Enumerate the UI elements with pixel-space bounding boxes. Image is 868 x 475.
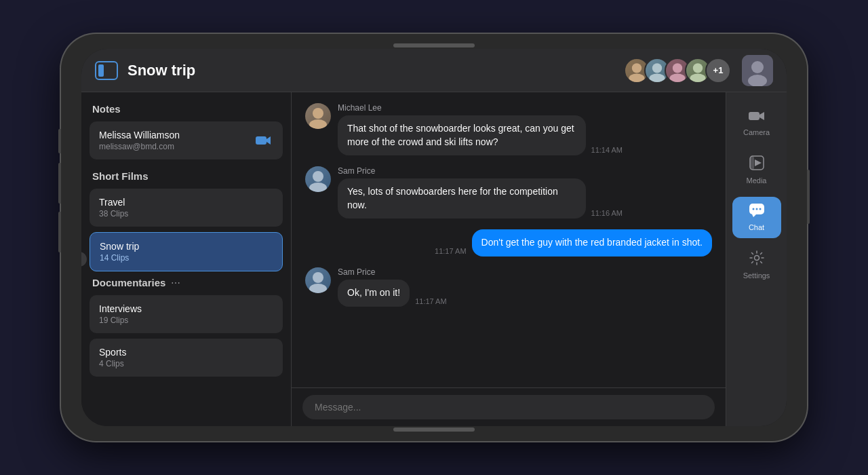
chat-area: Michael Lee That shot of the snowboarder… (292, 92, 726, 426)
message-row: Michael Lee That shot of the snowboarder… (305, 103, 712, 155)
list-item-interviews[interactable]: Interviews 19 Clips (90, 295, 283, 333)
sidebar-toggle-button[interactable] (95, 61, 118, 80)
message-content: Michael Lee That shot of the snowboarder… (338, 103, 623, 155)
message-sender: Sam Price (338, 166, 623, 176)
svg-rect-11 (256, 136, 267, 145)
svg-point-12 (313, 108, 323, 119)
message-time: 11:17 AM (415, 297, 446, 305)
item-clips: 4 Clips (99, 359, 273, 368)
volume-up-btn[interactable] (58, 163, 61, 204)
message-content: Don't get the guy with the red branded j… (435, 229, 712, 256)
note-user-email: melissaw@bmd.com (99, 142, 180, 151)
media-nav-icon (749, 155, 764, 174)
short-films-section: Short Films (90, 170, 283, 182)
svg-point-0 (632, 63, 642, 73)
notes-section-label: Notes (90, 103, 283, 115)
project-title: Snow trip (127, 62, 195, 79)
nav-item-chat[interactable]: Chat (732, 197, 781, 238)
settings-nav-label: Settings (743, 271, 770, 280)
chat-nav-label: Chat (749, 223, 764, 231)
sender-avatar (305, 166, 331, 192)
right-nav: Camera Media (726, 92, 787, 426)
avatar-count-badge: +1 (705, 58, 731, 83)
info-icon: i (81, 252, 87, 267)
header-left: Snow trip (95, 61, 195, 80)
message-sender: Michael Lee (338, 103, 623, 113)
power-btn[interactable] (807, 170, 810, 224)
message-bubble-own: Don't get the guy with the red branded j… (472, 229, 712, 256)
volume-down-btn[interactable] (58, 212, 61, 252)
message-row: Sam Price Ok, I'm on it! 11:17 AM (305, 267, 712, 307)
self-avatar (742, 55, 773, 86)
svg-point-17 (309, 284, 327, 293)
item-name: Snow trip (100, 241, 273, 252)
svg-point-1 (629, 73, 644, 83)
message-bubble: That shot of the snowboarder looks great… (338, 115, 586, 155)
message-input[interactable] (302, 395, 715, 419)
svg-point-6 (693, 63, 703, 73)
message-time: 11:17 AM (435, 247, 466, 255)
phone-screen: Snow trip +1 (81, 49, 787, 426)
header: Snow trip +1 (81, 49, 787, 92)
svg-point-5 (669, 73, 685, 83)
svg-point-3 (649, 73, 665, 83)
camera-nav-label: Camera (743, 128, 770, 136)
nav-item-camera[interactable]: Camera (732, 103, 781, 143)
sender-avatar (305, 103, 331, 129)
message-time: 11:14 AM (591, 146, 623, 154)
documentaries-label: Documentaries (92, 277, 165, 288)
svg-point-23 (752, 208, 754, 210)
phone-frame: Snow trip +1 (61, 34, 807, 441)
message-content: Sam Price Ok, I'm on it! 11:17 AM (338, 267, 447, 307)
chat-messages: Michael Lee That shot of the snowboarder… (292, 92, 726, 387)
message-sender: Sam Price (338, 267, 447, 277)
message-bubble: Ok, I'm on it! (338, 280, 410, 307)
media-nav-label: Media (747, 176, 767, 185)
svg-marker-20 (755, 159, 762, 166)
message-bubble: Yes, lots of snowboarders here for the c… (338, 178, 586, 218)
item-name: Travel (99, 197, 273, 208)
svg-point-15 (309, 183, 327, 192)
volume-toggle-btn[interactable] (58, 129, 61, 153)
svg-point-7 (690, 73, 705, 83)
svg-point-2 (652, 63, 662, 73)
message-bubble-row: Don't get the guy with the red branded j… (435, 229, 712, 256)
message-row-own: Don't get the guy with the red branded j… (305, 229, 712, 256)
svg-point-14 (313, 171, 323, 182)
svg-point-26 (754, 256, 759, 261)
svg-point-25 (759, 208, 761, 210)
note-user-name: Melissa Williamson (99, 130, 180, 140)
sender-avatar (305, 267, 331, 293)
nav-item-media[interactable]: Media (732, 149, 781, 191)
message-bubble-row: That shot of the snowboarder looks great… (338, 115, 623, 155)
message-bubble-row: Yes, lots of snowboarders here for the c… (338, 178, 623, 218)
svg-point-13 (309, 119, 327, 129)
item-clips: 19 Clips (99, 316, 273, 325)
share-icon: ⋯ (171, 278, 180, 288)
sidebar: i Notes Melissa Williamson melissaw@bmd.… (81, 92, 292, 426)
message-bubble-row: Ok, I'm on it! 11:17 AM (338, 280, 447, 307)
svg-point-16 (313, 272, 323, 283)
documentaries-section: Documentaries ⋯ (90, 277, 283, 288)
svg-rect-18 (749, 112, 760, 120)
svg-point-4 (673, 63, 682, 73)
message-content: Sam Price Yes, lots of snowboarders here… (338, 166, 623, 218)
list-item-travel[interactable]: Travel 38 Clips (90, 189, 283, 227)
item-clips: 38 Clips (99, 209, 273, 218)
svg-rect-21 (750, 156, 754, 170)
message-time: 11:16 AM (591, 209, 623, 217)
list-item-sports[interactable]: Sports 4 Clips (90, 339, 283, 377)
list-item-snow-trip[interactable]: Snow trip 14 Clips (90, 232, 283, 271)
nav-item-settings[interactable]: Settings (732, 244, 781, 286)
svg-point-24 (755, 208, 757, 210)
note-card[interactable]: Melissa Williamson melissaw@bmd.com (90, 121, 283, 159)
chat-input-area (292, 387, 726, 426)
settings-nav-icon (749, 250, 764, 269)
item-name: Interviews (99, 303, 273, 314)
avatars-group: +1 (624, 55, 773, 86)
item-clips: 14 Clips (100, 253, 273, 263)
main-area: i Notes Melissa Williamson melissaw@bmd.… (81, 92, 787, 426)
short-films-label: Short Films (92, 170, 149, 182)
chat-nav-icon (749, 204, 764, 221)
camera-nav-icon (749, 110, 765, 126)
